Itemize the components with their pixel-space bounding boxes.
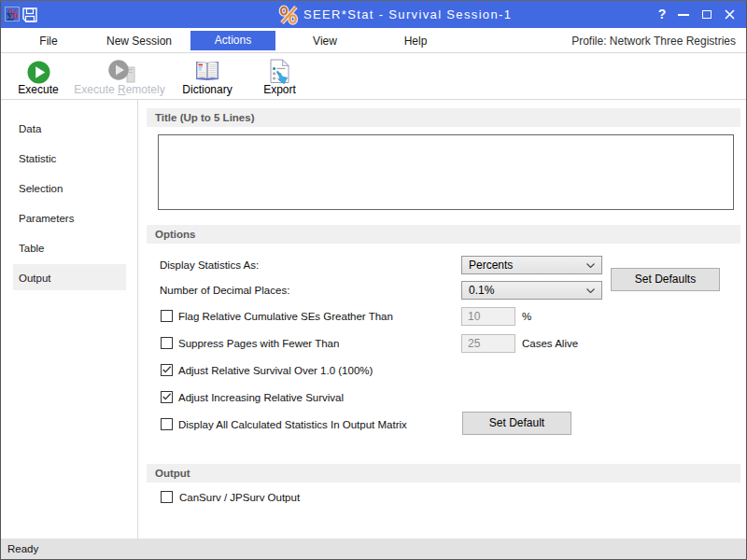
svg-text:Σ: Σ — [7, 9, 15, 21]
